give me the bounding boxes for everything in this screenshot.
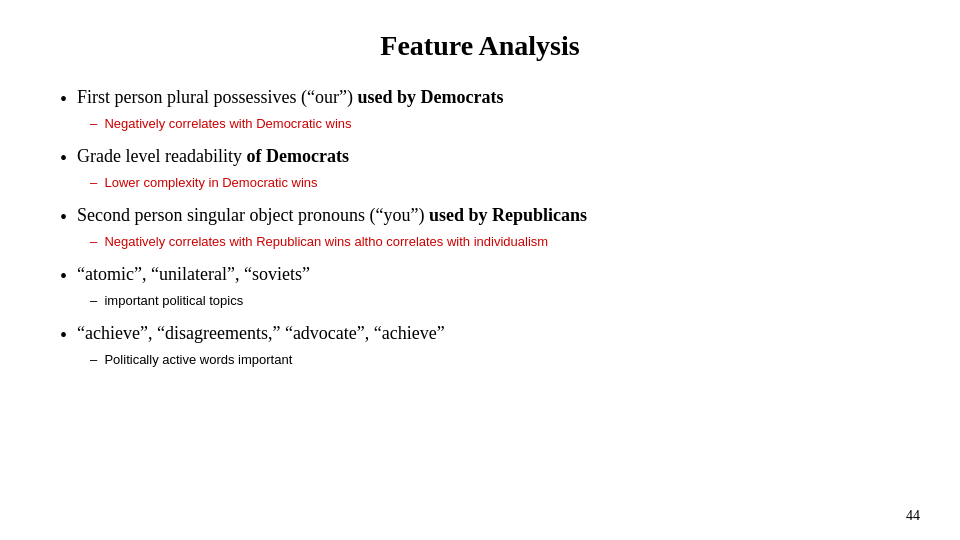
list-item: • Grade level readability of Democrats –…	[60, 145, 900, 190]
page-number: 44	[906, 508, 920, 524]
list-item: • Second person singular object pronouns…	[60, 204, 900, 249]
bullet-dot-1: •	[60, 86, 67, 112]
bullet-dot-2: •	[60, 145, 67, 171]
bullet-sub-3: – Negatively correlates with Republican …	[90, 234, 900, 249]
bullet-sub-5: – Politically active words important	[90, 352, 900, 367]
bullet-text-3: Second person singular object pronouns (…	[77, 204, 587, 227]
bullet-main-3: • Second person singular object pronouns…	[60, 204, 900, 230]
bullet-sub-1: – Negatively correlates with Democratic …	[90, 116, 900, 131]
slide-title: Feature Analysis	[60, 30, 900, 62]
bullet-list: • First person plural possessives (“our”…	[60, 86, 900, 367]
slide: Feature Analysis • First person plural p…	[0, 0, 960, 540]
bullet-dot-5: •	[60, 322, 67, 348]
bullet-sub-2: – Lower complexity in Democratic wins	[90, 175, 900, 190]
bullet-text-4: “atomic”, “unilateral”, “soviets”	[77, 263, 310, 286]
bullet-dot-4: •	[60, 263, 67, 289]
bullet-main-1: • First person plural possessives (“our”…	[60, 86, 900, 112]
list-item: • “achieve”, “disagreements,” “advocate”…	[60, 322, 900, 367]
bullet-main-2: • Grade level readability of Democrats	[60, 145, 900, 171]
bullet-text-2: Grade level readability of Democrats	[77, 145, 349, 168]
bullet-dot-3: •	[60, 204, 67, 230]
bullet-sub-4: – important political topics	[90, 293, 900, 308]
bullet-text-1: First person plural possessives (“our”) …	[77, 86, 503, 109]
bullet-main-4: • “atomic”, “unilateral”, “soviets”	[60, 263, 900, 289]
list-item: • “atomic”, “unilateral”, “soviets” – im…	[60, 263, 900, 308]
bullet-main-5: • “achieve”, “disagreements,” “advocate”…	[60, 322, 900, 348]
list-item: • First person plural possessives (“our”…	[60, 86, 900, 131]
bullet-text-5: “achieve”, “disagreements,” “advocate”, …	[77, 322, 445, 345]
